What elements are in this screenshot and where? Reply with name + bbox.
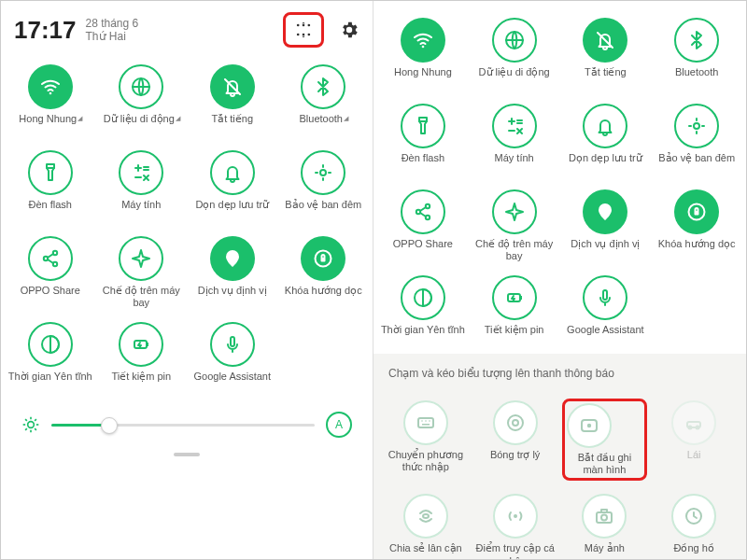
tile-circle[interactable] <box>28 236 73 281</box>
qs-tile-inactive[interactable]: Lái <box>649 397 739 484</box>
qs-tile[interactable]: Đèn flash <box>5 147 96 227</box>
tile-circle[interactable] <box>492 275 537 320</box>
tile-circle[interactable] <box>492 18 537 63</box>
tile-label: Tắt tiếng <box>211 113 253 137</box>
tile-circle[interactable] <box>401 275 445 320</box>
qs-tile-inactive[interactable]: Chuyển phương thức nhập <box>381 397 471 484</box>
tile-label: Khóa hướng dọc <box>658 238 736 262</box>
qs-tile-inactive[interactable]: Bắt đầu ghi màn hình <box>560 397 650 484</box>
svg-line-40 <box>35 429 36 431</box>
qs-tile[interactable]: Thời gian Yên tĩnh <box>377 272 469 352</box>
tile-circle[interactable] <box>119 236 163 281</box>
tile-circle[interactable] <box>582 494 627 539</box>
tile-circle[interactable] <box>210 322 255 367</box>
qs-tile-inactive[interactable]: Máy ảnh <box>560 490 650 560</box>
qs-tile[interactable]: Chế độ trên máy bay <box>469 186 560 266</box>
qs-tile[interactable]: Bluetooth◢ <box>278 61 370 141</box>
location-icon <box>221 247 244 270</box>
tile-label: Dữ liệu di động◢ <box>104 113 179 137</box>
qs-tile[interactable]: Hong Nhung <box>377 14 469 94</box>
tile-circle[interactable] <box>493 400 538 445</box>
panel-handle[interactable] <box>174 453 200 456</box>
qs-tile-inactive[interactable]: Bóng trợ lý <box>471 397 560 484</box>
svg-point-43 <box>422 46 425 49</box>
tile-circle[interactable] <box>301 64 345 109</box>
qs-tile[interactable]: Hong Nhung◢ <box>5 61 96 141</box>
tile-circle[interactable] <box>210 64 255 109</box>
qs-tile-inactive[interactable]: Đồng hồ <box>649 490 739 560</box>
tile-circle[interactable] <box>301 236 345 281</box>
tile-circle[interactable] <box>671 400 716 445</box>
tile-circle[interactable] <box>674 18 719 63</box>
tile-circle[interactable] <box>493 494 538 539</box>
tile-circle[interactable] <box>210 150 255 195</box>
qs-tile[interactable]: Tiết kiệm pin <box>469 272 560 352</box>
tile-circle[interactable] <box>28 64 73 109</box>
tile-circle[interactable] <box>403 494 448 539</box>
qs-tile[interactable]: Dọn dẹp lưu trữ <box>187 147 278 227</box>
qs-tile[interactable]: Tiết kiệm pin <box>96 318 188 399</box>
tile-circle[interactable] <box>28 322 73 367</box>
tile-circle[interactable] <box>401 104 445 148</box>
tile-circle[interactable] <box>583 104 627 148</box>
brightness-slider[interactable] <box>51 424 315 427</box>
qs-tile[interactable]: Dữ liệu di động <box>469 14 560 94</box>
qs-tile[interactable]: Dịch vụ định vị <box>187 232 278 313</box>
qs-tile[interactable]: Đèn flash <box>377 100 469 180</box>
tile-circle[interactable] <box>401 189 445 234</box>
qs-tile-inactive[interactable]: Chia sẻ lân cận <box>381 490 471 560</box>
recorddot-icon <box>504 412 527 434</box>
qs-header: 17:17 28 tháng 6 Thứ Hai <box>1 1 373 53</box>
tile-label: Thời gian Yên tĩnh <box>381 324 465 348</box>
tile-circle[interactable] <box>671 494 716 539</box>
qs-tile[interactable]: Google Assistant <box>187 318 278 399</box>
tile-circle[interactable] <box>119 150 163 195</box>
tile-circle[interactable] <box>401 18 445 63</box>
brightness-thumb[interactable] <box>101 417 118 434</box>
qs-tile[interactable]: Máy tính <box>469 100 560 180</box>
clock-icon <box>683 505 705 527</box>
bell-icon <box>221 161 244 184</box>
qs-tile[interactable]: Bluetooth <box>651 14 742 94</box>
bell-icon <box>594 115 616 137</box>
qs-tile[interactable]: Tắt tiếng <box>560 14 652 94</box>
qs-tile[interactable]: Chế độ trên máy bay <box>96 232 188 313</box>
tile-circle[interactable] <box>583 275 627 320</box>
svg-line-39 <box>25 419 27 421</box>
settings-button[interactable] <box>339 20 359 40</box>
tile-circle[interactable] <box>674 189 719 234</box>
qs-tile[interactable]: Khóa hướng dọc <box>651 186 742 266</box>
qs-tile[interactable]: Google Assistant <box>560 272 652 352</box>
tile-label: OPPO Share <box>21 285 80 309</box>
tile-circle[interactable] <box>403 400 448 445</box>
qs-tile[interactable]: Dịch vụ định vị <box>560 186 652 266</box>
qs-tile[interactable]: OPPO Share <box>377 186 469 266</box>
qs-tile[interactable]: Khóa hướng dọc <box>278 232 370 313</box>
tile-circle[interactable] <box>28 150 73 195</box>
qs-tile[interactable]: OPPO Share <box>5 232 96 313</box>
tile-label: Dịch vụ định vị <box>571 238 640 262</box>
qs-tile[interactable]: Máy tính <box>96 147 188 227</box>
qs-tile[interactable]: Bảo vệ ban đêm <box>278 147 370 227</box>
qs-tile[interactable]: Tắt tiếng <box>187 61 278 141</box>
bell-mute-icon <box>221 76 244 98</box>
tile-circle[interactable] <box>492 189 537 234</box>
tile-circle[interactable] <box>583 18 627 63</box>
tile-circle[interactable] <box>567 403 612 448</box>
tile-circle[interactable] <box>301 150 345 195</box>
share-icon <box>39 247 62 270</box>
tile-circle[interactable] <box>583 189 627 234</box>
edit-tiles-button[interactable] <box>283 12 324 48</box>
svg-point-79 <box>586 424 590 427</box>
qs-tile[interactable]: Dữ liệu di động◢ <box>96 61 188 141</box>
tile-circle[interactable] <box>674 104 719 148</box>
qs-tile[interactable]: Dọn dẹp lưu trữ <box>560 100 652 180</box>
auto-brightness-toggle[interactable]: A <box>326 412 352 438</box>
tile-circle[interactable] <box>119 322 163 367</box>
tile-circle[interactable] <box>119 64 163 109</box>
qs-tile-inactive[interactable]: Điểm truy cập cá nhân <box>471 490 560 560</box>
tile-circle[interactable] <box>492 104 537 148</box>
qs-tile[interactable]: Thời gian Yên tĩnh <box>5 318 96 399</box>
qs-tile[interactable]: Bảo vệ ban đêm <box>651 100 742 180</box>
tile-circle[interactable] <box>210 236 255 281</box>
